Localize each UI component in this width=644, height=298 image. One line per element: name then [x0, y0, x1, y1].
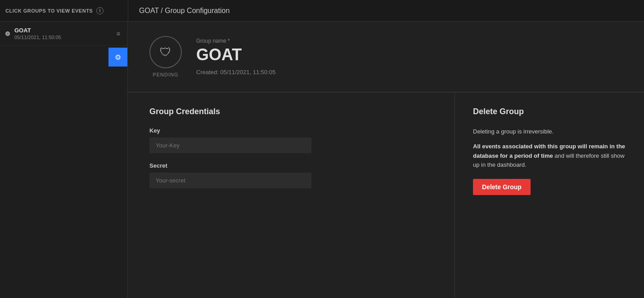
group-name-field-label: Group name *	[196, 38, 275, 44]
group-name-sidebar: GOAT	[14, 27, 115, 34]
delete-group-button[interactable]: Delete Group	[473, 179, 531, 195]
top-bar: CLICK GROUPS TO VIEW EVENTS ℹ GOAT / Gro…	[0, 0, 644, 22]
credentials-panel-title: Group Credentials	[149, 107, 433, 116]
group-header-section: 🛡 PENDING Group name * GOAT Created: 05/…	[128, 22, 644, 92]
settings-icon: ⚙	[115, 53, 121, 62]
top-bar-left: CLICK GROUPS TO VIEW EVENTS ℹ	[0, 7, 128, 14]
group-details: Group name * GOAT Created: 05/11/2021, 1…	[196, 38, 275, 76]
group-icon-container: 🛡 PENDING	[149, 36, 182, 77]
sidebar: GOAT 05/11/2021, 11:50:05 ≡ ⚙	[0, 22, 128, 298]
two-col-section: Group Credentials Key Secret Delete Grou…	[128, 92, 644, 298]
group-date-sidebar: 05/11/2021, 11:50:05	[14, 35, 115, 40]
status-label: PENDING	[153, 72, 178, 77]
group-icon-circle: 🛡	[149, 36, 182, 68]
sidebar-item-row: GOAT 05/11/2021, 11:50:05 ≡	[5, 27, 122, 40]
delete-panel: Delete Group Deleting a group is irrever…	[455, 93, 644, 298]
secret-input[interactable]	[149, 173, 311, 188]
menu-icon[interactable]: ≡	[115, 28, 122, 39]
credentials-panel: Group Credentials Key Secret	[128, 93, 455, 298]
click-groups-title: CLICK GROUPS TO VIEW EVENTS	[5, 8, 93, 13]
main-layout: GOAT 05/11/2021, 11:50:05 ≡ ⚙ 🛡 PENDING …	[0, 22, 644, 298]
sidebar-group-item[interactable]: GOAT 05/11/2021, 11:50:05 ≡	[0, 22, 127, 46]
group-status-dot	[5, 31, 10, 36]
breadcrumb: GOAT / Group Configuration	[139, 7, 230, 15]
content-area: 🛡 PENDING Group name * GOAT Created: 05/…	[128, 22, 644, 298]
settings-button[interactable]: ⚙	[108, 48, 127, 67]
key-field-label: Key	[149, 127, 433, 134]
group-name-field-value: GOAT	[196, 46, 275, 64]
top-bar-right: GOAT / Group Configuration	[128, 0, 644, 21]
shield-icon: 🛡	[160, 45, 171, 59]
group-created-date: Created: 05/11/2021, 11:50:05	[196, 69, 275, 76]
delete-warning: All events associated with this group wi…	[473, 142, 626, 170]
key-input[interactable]	[149, 138, 311, 153]
delete-description: Deleting a group is irreversible.	[473, 127, 626, 137]
group-info: GOAT 05/11/2021, 11:50:05	[14, 27, 115, 40]
info-icon[interactable]: ℹ	[96, 7, 104, 14]
delete-panel-title: Delete Group	[473, 107, 626, 116]
secret-field-label: Secret	[149, 162, 433, 169]
